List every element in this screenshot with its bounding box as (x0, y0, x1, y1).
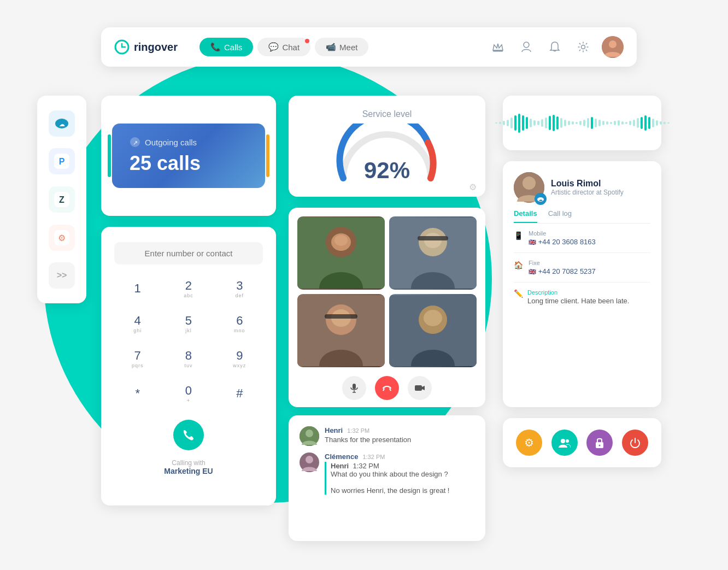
action-buttons-card: ⚙ (503, 418, 661, 467)
waveform-bar (598, 120, 601, 126)
chat-text-1: Thanks for the presentation (325, 436, 474, 444)
waveform-bar (664, 122, 666, 124)
chat-sender-henri: Henri (325, 426, 343, 434)
mute-button[interactable] (342, 376, 366, 400)
bell-icon[interactable] (545, 37, 565, 57)
logo: ringover (114, 39, 178, 55)
tab-call-log[interactable]: Call log (548, 209, 572, 223)
team-action-button[interactable] (551, 430, 578, 456)
chat-icon: 💬 (268, 42, 279, 52)
waveform-bar (610, 122, 612, 124)
mobile-info: Mobile 🇬🇧 +44 20 3608 8163 (529, 230, 596, 246)
dial-key-2[interactable]: 2abc (165, 273, 212, 304)
waveform-bar (644, 115, 647, 131)
tab-chat-label: Chat (282, 43, 300, 52)
waveform-bar (606, 121, 608, 125)
dial-key-8[interactable]: 8tuv (165, 343, 212, 374)
waveform-bar (591, 117, 593, 129)
waveform-bar (576, 122, 578, 124)
waveform-bar (522, 115, 524, 131)
tab-meet-label: Meet (339, 43, 357, 52)
chat-message-2: Clémence 1:32 PM Henri 1:32 PM What do y… (300, 453, 474, 495)
contact-name: Louis Rimol (551, 179, 624, 189)
avatar[interactable] (602, 36, 624, 58)
svg-rect-23 (418, 236, 448, 240)
dial-key-1[interactable]: 1 (114, 273, 161, 304)
svg-rect-27 (325, 314, 357, 319)
fixe-info: Fixe 🇬🇧 +44 20 7082 5237 (529, 260, 596, 275)
home-icon: 🏠 (514, 261, 523, 269)
service-level-card: Service level 92% ⚙ (289, 96, 485, 197)
tab-chat[interactable]: 💬 Chat (257, 38, 310, 56)
waveform-bar (568, 121, 570, 125)
waveform-bar (545, 117, 547, 128)
waveform-bar (583, 120, 585, 126)
video-participant-3 (297, 294, 385, 367)
tab-meet[interactable]: 📹 Meet (315, 38, 368, 56)
svg-rect-1 (493, 50, 503, 52)
dial-key-7[interactable]: 7pqrs (114, 343, 161, 374)
dial-key-3[interactable]: 3def (216, 273, 263, 304)
svg-point-19 (334, 235, 348, 246)
chat-text-2: Henri 1:32 PM What do you think about th… (325, 462, 474, 495)
waveform-bar (518, 114, 520, 133)
phone-arrow-icon: ↗ (130, 137, 140, 148)
waveform-bar (556, 116, 559, 130)
salesforce-icon[interactable]: ☁ (49, 110, 75, 137)
svg-text:↗: ↗ (133, 139, 138, 146)
nav-bar: ringover 📞 Calls 💬 Chat 📹 Meet (101, 27, 637, 67)
svg-rect-31 (353, 384, 356, 389)
pipedrive-icon[interactable]: P (49, 148, 75, 174)
video-call-card (289, 208, 485, 407)
waveform-bar (618, 120, 620, 126)
dial-key-star[interactable]: * (114, 378, 161, 409)
chat-bubble-1: Henri 1:32 PM Thanks for the presentatio… (325, 426, 474, 444)
tab-details[interactable]: Details (514, 209, 537, 223)
chat-bubble-2: Clémence 1:32 PM Henri 1:32 PM What do y… (325, 453, 474, 495)
zendesk-icon[interactable]: Z (49, 186, 75, 213)
dial-key-0[interactable]: 0+ (165, 378, 212, 409)
svg-point-30 (424, 310, 442, 326)
svg-text:P: P (59, 157, 65, 166)
waveform-bar (499, 122, 501, 124)
settings-action-button[interactable]: ⚙ (516, 430, 542, 456)
calls-inner: ↗ Outgoing calls 25 calls (112, 124, 265, 188)
hangup-button[interactable] (375, 376, 399, 400)
dial-key-hash[interactable]: # (216, 378, 263, 409)
waveform-bar (648, 117, 650, 129)
dial-grid: 1 2abc 3def 4ghi 5jkl 6mno 7pqrs 8tuv 9w… (114, 273, 263, 409)
dial-key-6[interactable]: 6mno (216, 308, 263, 339)
description-label: Description (527, 289, 629, 296)
svg-point-36 (306, 430, 313, 437)
service-level-settings-icon[interactable]: ⚙ (469, 182, 477, 192)
hubspot-icon[interactable]: ⚙ (49, 225, 75, 251)
camera-button[interactable] (408, 376, 432, 400)
more-icon[interactable]: >> (49, 262, 75, 289)
call-button[interactable] (173, 420, 204, 450)
meet-icon: 📹 (326, 42, 336, 52)
person-icon[interactable] (516, 37, 536, 57)
waveform-bar (614, 121, 616, 125)
power-action-button[interactable] (622, 430, 648, 456)
contact-tabs: Details Call log (514, 209, 650, 224)
crown-icon[interactable] (488, 37, 508, 57)
gear-icon[interactable] (573, 37, 593, 57)
video-controls (297, 372, 477, 404)
tab-calls[interactable]: 📞 Calls (199, 38, 253, 56)
contact-description: ✏️ Description Long time client. Hate be… (514, 289, 650, 305)
nav-tabs: 📞 Calls 💬 Chat 📹 Meet (199, 38, 479, 56)
calls-icon: 📞 (210, 42, 221, 52)
chat-avatar-henri (300, 426, 319, 446)
video-participant-4 (389, 294, 477, 367)
waveform-bar (667, 122, 670, 124)
waveform-bar (560, 118, 562, 128)
dial-input[interactable] (114, 242, 263, 265)
lock-action-button[interactable] (586, 430, 613, 456)
dial-key-9[interactable]: 9wxyz (216, 343, 263, 374)
svg-point-43 (561, 439, 565, 443)
dial-key-4[interactable]: 4ghi (114, 308, 161, 339)
waveform-bar (652, 119, 654, 127)
dial-key-5[interactable]: 5jkl (165, 308, 212, 339)
mobile-label: Mobile (529, 230, 596, 237)
svg-point-38 (306, 456, 313, 463)
